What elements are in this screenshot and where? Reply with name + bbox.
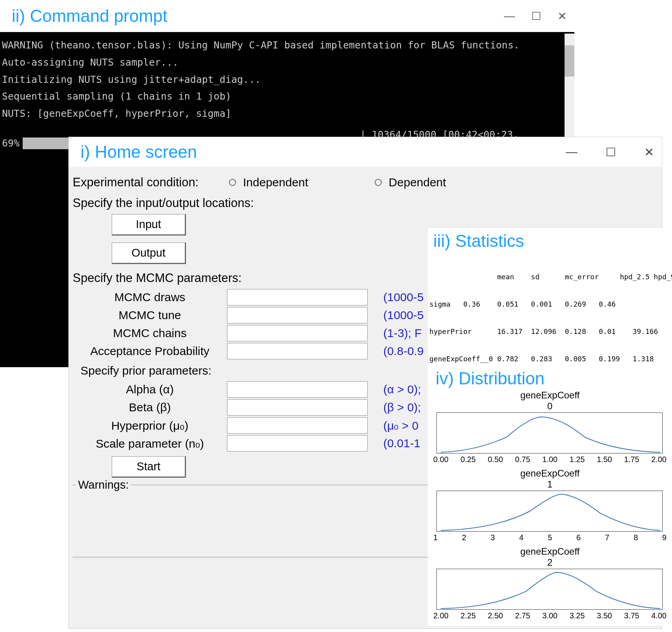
tick: 3.50 [597, 611, 612, 620]
param-label: Alpha (α) [73, 383, 227, 396]
io-section-label: Specify the input/output locations: [73, 196, 658, 210]
radio-icon[interactable] [375, 179, 382, 186]
tick: 7 [605, 533, 609, 542]
radio-icon[interactable] [229, 179, 236, 186]
radio-independent[interactable]: Independent [229, 176, 308, 189]
cmd-line: Initializing NUTS using jitter+adapt_dia… [2, 71, 572, 88]
tick: 2.00 [433, 611, 449, 620]
chart-sublabel: 1 [429, 479, 670, 490]
chart-geneexpcoeff-0: geneExpCoeff 0 0.00 0.25 0.50 0.75 1.00 … [429, 390, 670, 464]
home-titlebar: i) Home screen — ☐ ✕ [69, 137, 662, 167]
tick: 3.25 [570, 611, 585, 620]
output-button[interactable]: Output [112, 243, 186, 264]
scale-param-input[interactable] [227, 435, 368, 452]
cmd-title: ii) Command prompt [12, 6, 168, 26]
chart-label: geneExpCoeff [429, 468, 670, 479]
density-curve-icon [437, 491, 662, 531]
tick: 2.75 [515, 611, 530, 620]
tick: 2 [462, 533, 466, 542]
tick: 1 [433, 533, 438, 542]
param-label: Scale parameter (n₀) [73, 437, 227, 450]
radio-label: Independent [243, 176, 308, 189]
tick: 8 [634, 533, 638, 542]
tick: 6 [576, 533, 581, 542]
tick: 2.00 [651, 455, 667, 464]
maximize-icon[interactable]: ☐ [531, 10, 541, 23]
stats-row: hyperPrior 16.317 12.096 0.128 0.01 39.1… [429, 327, 670, 336]
tick: 4 [519, 533, 524, 542]
stats-row: geneExpCoeff__0 0.782 0.283 0.005 0.199 … [429, 354, 670, 363]
param-label: Beta (β) [73, 401, 227, 414]
radio-dependent[interactable]: Dependent [375, 176, 446, 189]
mcmc-draws-input[interactable] [227, 289, 368, 305]
tick: 3.00 [542, 611, 558, 620]
cmd-line: Sequential sampling (1 chains in 1 job) [2, 88, 572, 105]
tick: 9 [662, 533, 667, 542]
param-hint: (μ₀ > 0 [383, 419, 418, 432]
chart-ticks: 1 2 3 4 5 6 7 8 9 [433, 533, 667, 542]
cmd-window-controls: — ☐ ✕ [504, 10, 567, 23]
param-hint: (0.01-1 [383, 437, 420, 450]
tick: 2.25 [461, 611, 476, 620]
input-button[interactable]: Input [112, 214, 186, 236]
param-hint: (β > 0); [383, 401, 421, 414]
home-window-controls: — ☐ ✕ [566, 145, 654, 159]
home-title: i) Home screen [80, 142, 197, 162]
maximize-icon[interactable]: ☐ [606, 145, 616, 159]
mcmc-tune-input[interactable] [227, 307, 368, 323]
tick: 3 [490, 533, 495, 542]
mcmc-chains-input[interactable] [227, 325, 368, 341]
close-icon[interactable]: ✕ [558, 10, 567, 23]
chart-geneexpcoeff-1: geneExpCoeff 1 1 2 3 4 5 6 7 8 9 [429, 468, 670, 542]
param-hint: (α > 0); [383, 383, 421, 396]
tick: 0.75 [515, 455, 530, 464]
distribution-panel: iv) Distribution geneExpCoeff 0 0.00 0.2… [428, 367, 672, 626]
density-curve-icon [437, 413, 662, 453]
param-label: MCMC draws [73, 291, 227, 304]
tick: 1.00 [542, 455, 558, 464]
chart-label: geneExpCoeff [429, 390, 670, 401]
density-curve-icon [437, 569, 662, 609]
chart-ticks: 0.00 0.25 0.50 0.75 1.00 1.25 1.50 1.75 … [433, 455, 667, 464]
cmd-line: WARNING (theano.tensor.blas): Using NumP… [2, 37, 572, 54]
tick: 4.00 [651, 611, 667, 620]
chart-sublabel: 0 [429, 401, 670, 412]
param-hint: (1000-5 [383, 291, 424, 304]
param-hint: (1000-5 [383, 309, 424, 322]
stats-header: mean sd mc_error hpd_2.5 hpd_97.5 [429, 272, 670, 281]
chart-plot-area [436, 412, 663, 453]
tick: 0.50 [488, 455, 503, 464]
minimize-icon[interactable]: — [566, 145, 577, 159]
tick: 2.50 [488, 611, 503, 620]
tick: 3.75 [624, 611, 639, 620]
acceptance-prob-input[interactable] [227, 343, 368, 359]
exp-condition-label: Experimental condition: [73, 175, 229, 189]
alpha-input[interactable] [227, 381, 368, 398]
scrollbar-thumb[interactable] [565, 45, 574, 77]
chart-ticks: 2.00 2.25 2.50 2.75 3.00 3.25 3.50 3.75 … [433, 611, 667, 620]
chart-sublabel: 2 [429, 557, 670, 568]
start-button[interactable]: Start [112, 456, 186, 478]
experimental-condition-row: Experimental condition: Independent Depe… [73, 173, 658, 192]
cmd-titlebar: ii) Command prompt — ☐ ✕ [0, 0, 574, 34]
chart-plot-area [436, 491, 663, 532]
tick: 0.25 [461, 455, 476, 464]
stats-title: iii) Statistics [433, 231, 670, 251]
param-hint: (1-3); F [383, 327, 422, 340]
warnings-label: Warnings: [76, 478, 131, 491]
stats-row: sigma 0.36 0.051 0.001 0.269 0.46 [429, 300, 670, 309]
chart-plot-area [436, 569, 663, 610]
param-label: MCMC chains [73, 327, 227, 340]
tick: 1.25 [570, 455, 585, 464]
minimize-icon[interactable]: — [504, 10, 515, 22]
beta-input[interactable] [227, 399, 368, 416]
tick: 1.50 [597, 455, 612, 464]
tick: 5 [548, 533, 552, 542]
progress-percent: 69% [2, 135, 20, 152]
param-label: MCMC tune [73, 309, 227, 322]
tick: 1.75 [624, 455, 639, 464]
close-icon[interactable]: ✕ [644, 145, 654, 159]
tick: 0.00 [433, 455, 449, 464]
hyperprior-input[interactable] [227, 417, 368, 434]
param-label: Acceptance Probability [73, 345, 227, 358]
